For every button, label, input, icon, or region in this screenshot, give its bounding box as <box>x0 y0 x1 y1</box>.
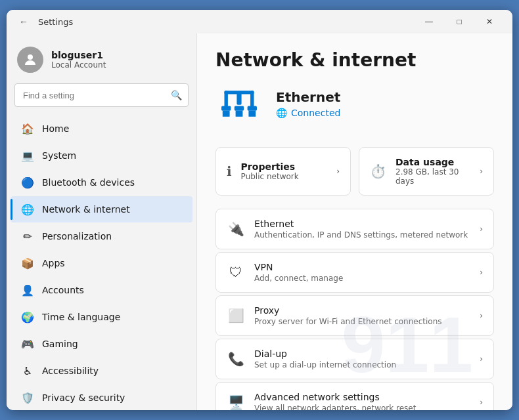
user-sub: Local Account <box>51 60 106 70</box>
sidebar-item-bluetooth[interactable]: 🔵 Bluetooth & devices <box>11 169 192 196</box>
accounts-icon: 👤 <box>21 284 34 297</box>
svg-rect-9 <box>236 111 243 117</box>
search-box: 🔍 <box>14 83 189 107</box>
sidebar-item-network[interactable]: 🌐 Network & internet <box>11 196 192 222</box>
sidebar-item-label: Home <box>42 123 69 134</box>
vpn-icon: 🛡 <box>227 264 245 280</box>
svg-rect-6 <box>235 106 244 111</box>
settings-item-advanced[interactable]: 🖥️ Advanced network settings View all ne… <box>215 382 494 410</box>
ethernet-status: 🌐 Connected <box>276 108 340 118</box>
sidebar-item-label: Apps <box>42 258 65 268</box>
content-area: bloguser1 Local Account 🔍 🏠 Home 💻 Syste… <box>7 33 512 410</box>
user-name: bloguser1 <box>51 50 106 60</box>
settings-item-sub: View all network adapters, network reset <box>254 404 470 410</box>
svg-point-0 <box>28 54 33 60</box>
svg-rect-5 <box>221 106 231 111</box>
ethernet-info: Ethernet 🌐 Connected <box>276 89 340 118</box>
ethernet-hero-icon <box>215 84 263 123</box>
settings-item-vpn[interactable]: 🛡 VPN Add, connect, manage › <box>215 252 494 293</box>
titlebar: ← Settings — □ ✕ <box>7 10 512 33</box>
sidebar-item-time[interactable]: 🌍 Time & language <box>11 304 192 330</box>
window-title: Settings <box>38 17 409 27</box>
privacy-icon: 🛡️ <box>21 391 34 404</box>
search-input[interactable] <box>14 83 189 107</box>
svg-rect-2 <box>225 91 228 107</box>
sidebar-item-privacy[interactable]: 🛡️ Privacy & security <box>11 385 192 410</box>
dialup-icon: 📞 <box>227 351 245 367</box>
gaming-icon: 🎮 <box>21 337 34 350</box>
sidebar-item-accessibility[interactable]: ♿ Accessibility <box>11 358 192 384</box>
settings-item-ethernet[interactable]: 🔌 Ethernet Authentication, IP and DNS se… <box>215 209 494 249</box>
settings-item-title: Advanced network settings <box>254 392 470 402</box>
info-card-properties[interactable]: ℹ️ Properties Public network › <box>215 147 351 196</box>
svg-rect-8 <box>223 111 230 117</box>
sidebar: bloguser1 Local Account 🔍 🏠 Home 💻 Syste… <box>7 33 197 410</box>
svg-rect-4 <box>237 92 241 105</box>
page-title: Network & internet <box>215 49 494 71</box>
sidebar-nav: 🏠 Home 💻 System 🔵 Bluetooth & devices 🌐 … <box>7 115 196 410</box>
sidebar-item-system[interactable]: 💻 System <box>11 142 192 169</box>
info-card-sub: 2.98 GB, last 30 days <box>395 167 470 186</box>
sidebar-item-label: Personalization <box>42 231 112 242</box>
bluetooth-icon: 🔵 <box>21 176 34 189</box>
chevron-right-icon: › <box>480 224 483 234</box>
sidebar-item-label: System <box>42 150 76 161</box>
user-section: bloguser1 Local Account <box>7 39 196 83</box>
chevron-icon: › <box>480 167 483 176</box>
status-text: Connected <box>291 108 340 118</box>
info-card-data_usage[interactable]: ⏱️ Data usage 2.98 GB, last 30 days › <box>359 147 494 196</box>
settings-item-dialup[interactable]: 📞 Dial-up Set up a dial-up internet conn… <box>215 339 494 379</box>
personalization-icon: ✏️ <box>21 230 34 243</box>
sidebar-item-label: Accessibility <box>42 366 99 376</box>
main-content: 911 Network & internet <box>197 33 512 410</box>
sidebar-item-personalization[interactable]: ✏️ Personalization <box>11 223 192 249</box>
settings-item-proxy[interactable]: ⬜ Proxy Proxy server for Wi-Fi and Ether… <box>215 295 494 336</box>
data_usage-icon: ⏱️ <box>370 163 386 179</box>
home-icon: 🏠 <box>21 122 34 135</box>
ethernet-hero: Ethernet 🌐 Connected <box>215 84 494 134</box>
sidebar-item-label: Bluetooth & devices <box>42 177 135 188</box>
sidebar-item-label: Accounts <box>42 285 84 295</box>
user-info: bloguser1 Local Account <box>51 50 106 70</box>
info-card-title: Properties <box>241 161 299 172</box>
svg-rect-10 <box>248 111 256 117</box>
minimize-button[interactable]: — <box>414 10 444 33</box>
ethernet-label: Ethernet <box>276 89 340 105</box>
settings-item-sub: Set up a dial-up internet connection <box>254 360 470 369</box>
chevron-right-icon: › <box>480 268 483 277</box>
sidebar-item-gaming[interactable]: 🎮 Gaming <box>11 331 192 357</box>
avatar <box>17 47 43 73</box>
maximize-button[interactable]: □ <box>444 10 474 33</box>
svg-rect-7 <box>248 106 257 111</box>
back-button[interactable]: ← <box>14 12 33 31</box>
sidebar-item-apps[interactable]: 📦 Apps <box>11 250 192 276</box>
sidebar-item-label: Time & language <box>42 312 120 322</box>
chevron-icon: › <box>336 167 340 176</box>
settings-item-sub: Proxy server for Wi-Fi and Ethernet conn… <box>254 317 470 326</box>
settings-window: ← Settings — □ ✕ bloguser1 Local Accoun <box>7 10 512 410</box>
advanced-icon: 🖥️ <box>227 394 245 410</box>
search-icon: 🔍 <box>171 90 182 100</box>
settings-item-title: Dial-up <box>254 348 470 359</box>
chevron-right-icon: › <box>480 311 483 320</box>
info-card-sub: Public network <box>241 172 299 181</box>
apps-icon: 📦 <box>21 257 34 270</box>
svg-rect-3 <box>250 91 254 107</box>
proxy-icon: ⬜ <box>227 308 245 324</box>
info-card-title: Data usage <box>395 157 470 167</box>
chevron-right-icon: › <box>480 398 483 407</box>
sidebar-item-accounts[interactable]: 👤 Accounts <box>11 277 192 303</box>
sidebar-item-home[interactable]: 🏠 Home <box>11 116 192 142</box>
sidebar-item-label: Gaming <box>42 339 78 349</box>
window-controls: — □ ✕ <box>414 10 505 33</box>
close-button[interactable]: ✕ <box>474 10 505 33</box>
chevron-right-icon: › <box>480 354 483 364</box>
status-globe-icon: 🌐 <box>276 108 287 118</box>
properties-icon: ℹ️ <box>227 163 232 179</box>
settings-item-sub: Add, connect, manage <box>254 274 470 283</box>
settings-item-title: Proxy <box>254 305 470 316</box>
sidebar-item-label: Privacy & security <box>42 392 125 403</box>
network-icon: 🌐 <box>21 203 34 216</box>
info-cards: ℹ️ Properties Public network › ⏱️ Data u… <box>215 147 494 196</box>
settings-item-sub: Authentication, IP and DNS settings, met… <box>254 230 470 240</box>
